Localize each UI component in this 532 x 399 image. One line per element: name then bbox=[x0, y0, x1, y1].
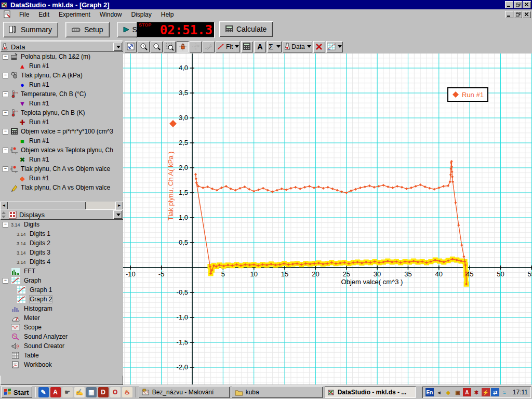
expand-box[interactable]: − bbox=[3, 92, 8, 97]
display-subitem[interactable]: 3.14Digits 4 bbox=[0, 257, 123, 267]
display-subitem[interactable]: Graph 2 bbox=[0, 295, 123, 304]
display-subitem[interactable]: Graph 1 bbox=[0, 285, 123, 295]
setup-button[interactable]: Setup bbox=[65, 22, 110, 37]
tree-run-item[interactable]: ✚Run #1 bbox=[0, 117, 123, 127]
displays-panel-dropdown[interactable] bbox=[113, 210, 122, 219]
data-panel-header[interactable]: Data bbox=[0, 42, 123, 52]
legend[interactable]: Run #1 bbox=[448, 88, 488, 101]
mdi-minimize-button[interactable] bbox=[505, 11, 513, 18]
display-item[interactable]: Meter bbox=[0, 313, 123, 323]
mdi-restore-button[interactable] bbox=[514, 11, 522, 18]
network-icon[interactable]: ⇄ bbox=[491, 388, 499, 396]
task-datastudio[interactable]: DataStudio - mkl.ds - ... bbox=[325, 387, 416, 398]
antivirus-icon[interactable]: ✱ bbox=[472, 388, 481, 396]
tree-item[interactable]: −KTDTemperature, Ch B (°C) bbox=[0, 89, 123, 99]
taskbar-start-button[interactable]: Start bbox=[1, 387, 32, 398]
display-subitem[interactable]: 3.14Digits 3 bbox=[0, 248, 123, 257]
tree-item[interactable]: −Poloha pistu, Ch 1&2 (m) bbox=[0, 52, 123, 61]
ql-dragon-icon[interactable]: D bbox=[98, 387, 109, 397]
graph-settings-button[interactable] bbox=[326, 41, 343, 52]
data-menu-button-dropdown-arrow[interactable] bbox=[307, 45, 311, 48]
delete-button[interactable] bbox=[313, 41, 325, 52]
scroll-right-button[interactable]: ► bbox=[115, 202, 123, 209]
power-icon[interactable]: ⚡ bbox=[482, 388, 490, 396]
display-subitem[interactable]: 3.14Digits 1 bbox=[0, 229, 123, 238]
menu-item-help[interactable]: Help bbox=[156, 10, 179, 19]
tree-run-item[interactable]: ▼Run #1 bbox=[0, 99, 123, 108]
ati-icon[interactable]: A bbox=[463, 388, 471, 396]
fit-menu-button[interactable]: Fit bbox=[216, 41, 240, 52]
expand-box[interactable]: − bbox=[3, 129, 8, 134]
modem-icon[interactable]: ≈ bbox=[500, 388, 509, 396]
display-item[interactable]: −3.14Digits bbox=[0, 220, 123, 229]
display-item[interactable]: FFT bbox=[0, 267, 123, 276]
smart-tool-button[interactable] bbox=[177, 41, 189, 52]
ql-opera-icon[interactable]: O bbox=[110, 387, 121, 397]
data-tree-hscrollbar[interactable]: ◄ ► bbox=[0, 202, 123, 209]
tree-run-item[interactable]: ■Run #1 bbox=[0, 136, 123, 145]
zoom-select-button[interactable] bbox=[164, 41, 176, 52]
statistics-button[interactable]: Σ bbox=[267, 41, 282, 52]
ql-acrobat-icon[interactable]: A bbox=[50, 387, 61, 397]
fit-menu-button-dropdown-arrow[interactable] bbox=[235, 45, 239, 48]
menu-item-file[interactable]: File bbox=[15, 10, 34, 19]
scale-to-fit-button[interactable] bbox=[125, 41, 137, 52]
restore-button[interactable] bbox=[514, 1, 522, 8]
text-annotation-button[interactable]: A bbox=[254, 41, 266, 52]
menu-item-display[interactable]: Display bbox=[126, 10, 156, 19]
menu-item-window[interactable]: Window bbox=[95, 10, 127, 19]
expand-box[interactable]: − bbox=[3, 222, 8, 227]
display-item[interactable]: Workbook bbox=[0, 360, 123, 369]
summary-button[interactable]: Summary bbox=[3, 22, 58, 37]
ql-hand-icon[interactable]: ☛ bbox=[62, 387, 73, 397]
calculate-button[interactable]: Calculate bbox=[219, 21, 273, 37]
scroll-thumb[interactable] bbox=[8, 202, 86, 209]
scroll-left-button[interactable]: ◄ bbox=[0, 202, 8, 209]
display-item[interactable]: Scope bbox=[0, 323, 123, 332]
menu-item-edit[interactable]: Edit bbox=[34, 10, 54, 19]
data-panel-dropdown[interactable] bbox=[113, 43, 122, 51]
tree-item[interactable]: −yxTlak plynu, Ch A vs Objem valce bbox=[0, 164, 123, 174]
tree-item[interactable]: −Objem valce = pi*r*r*y*100 (cm^3 bbox=[0, 127, 123, 136]
tree-run-item[interactable]: ▲Run #1 bbox=[0, 61, 123, 71]
display-item[interactable]: Table bbox=[0, 351, 123, 360]
display-item[interactable]: Sound Analyzer bbox=[0, 332, 123, 341]
display-item[interactable]: Histogram bbox=[0, 304, 123, 313]
ql-hot-icon[interactable]: ♨ bbox=[122, 387, 132, 397]
volume-icon[interactable]: ◄ bbox=[435, 388, 443, 396]
expand-box[interactable]: − bbox=[3, 278, 8, 283]
zoom-in-button[interactable] bbox=[138, 41, 150, 52]
statistics-button-dropdown-arrow[interactable] bbox=[276, 45, 281, 48]
expand-box[interactable]: − bbox=[3, 73, 8, 78]
menu-item-experiment[interactable]: Experiment bbox=[54, 10, 95, 19]
display-item[interactable]: Sound Creator bbox=[0, 341, 123, 351]
expand-box[interactable]: − bbox=[3, 148, 8, 153]
tree-item[interactable]: −Tlak plynu, Ch A (kPa) bbox=[0, 71, 123, 80]
graph-settings-button-dropdown-arrow[interactable] bbox=[338, 45, 342, 48]
keyboard-layout-indicator[interactable]: En bbox=[425, 388, 434, 396]
minimize-button[interactable] bbox=[505, 1, 513, 8]
scheduler-icon[interactable]: ▣ bbox=[454, 388, 462, 396]
calculator-button[interactable] bbox=[241, 41, 253, 52]
expand-box[interactable]: − bbox=[3, 55, 8, 59]
tree-item[interactable]: −yxObjem valce vs Teplota plynu, Ch bbox=[0, 145, 123, 155]
mdi-close-button[interactable] bbox=[523, 11, 531, 18]
task-paint[interactable]: Bez_názvu - Malování bbox=[139, 387, 230, 398]
expand-box[interactable]: − bbox=[3, 167, 8, 171]
document-icon[interactable] bbox=[3, 10, 11, 19]
displays-panel-header[interactable]: Displays bbox=[0, 209, 123, 220]
splitter-icon[interactable] bbox=[1, 211, 6, 219]
zoom-out-button[interactable] bbox=[151, 41, 163, 52]
data-menu-button[interactable]: Data bbox=[283, 41, 312, 52]
expand-box[interactable]: − bbox=[3, 111, 8, 115]
notes-icon[interactable]: ◆ bbox=[444, 388, 453, 396]
ql-calculator-icon[interactable]: ▦ bbox=[86, 387, 97, 397]
graph-canvas[interactable]: -10-55101520253035404550554,03,53,02,52,… bbox=[123, 54, 532, 384]
display-item[interactable]: −Graph bbox=[0, 276, 123, 285]
tree-run-item[interactable]: ●Run #1 bbox=[0, 80, 123, 89]
ql-pen-icon[interactable]: ✍ bbox=[74, 387, 85, 397]
task-folder-kuba[interactable]: kuba bbox=[232, 387, 323, 398]
tree-item[interactable]: −KTDTeplota plynu, Ch B (K) bbox=[0, 108, 123, 117]
ql-editor-icon[interactable]: ✎ bbox=[38, 387, 49, 397]
tree-run-item[interactable]: ◆Run #1 bbox=[0, 174, 123, 183]
